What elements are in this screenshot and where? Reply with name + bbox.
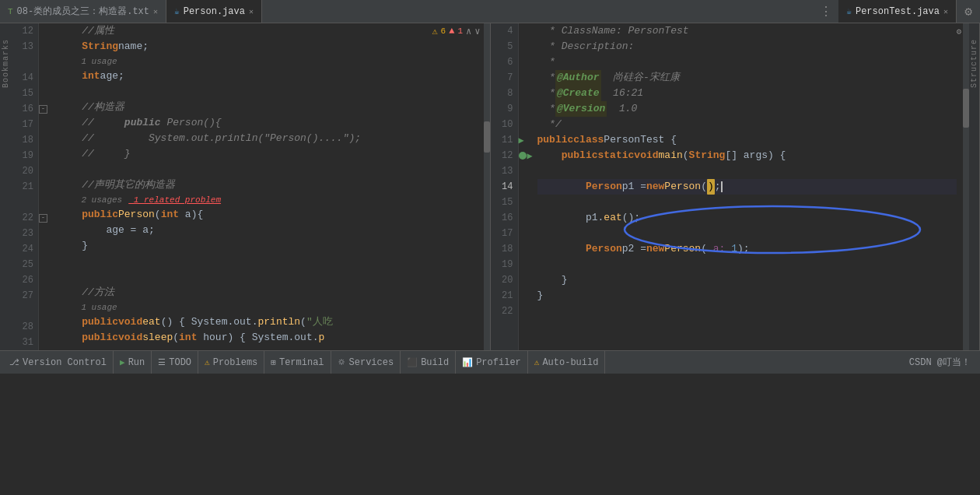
bookmarks-panel: Bookmarks — [0, 23, 11, 350]
gm-22-fold[interactable]: - — [39, 210, 51, 226]
code-line-26 — [58, 269, 478, 285]
rln-18: 18 — [495, 241, 513, 257]
tab-persontest-java[interactable]: ☕ PersonTest.java ✕ — [838, 0, 957, 23]
rcode-line-10: */ — [537, 117, 957, 132]
tab-txt[interactable]: T 08-类的成员之三：构造器.txt ✕ — [0, 0, 166, 23]
rln-15: 15 — [495, 195, 513, 210]
usage-text-1: 1 usage — [61, 54, 117, 69]
problems-icon: ⚠ — [205, 357, 210, 367]
r-semicolon-14: ; — [715, 179, 721, 195]
todo-item[interactable]: ☰ TODO — [152, 351, 198, 374]
ln-18: 18 — [16, 132, 33, 148]
ln-13: 13 — [16, 39, 33, 54]
ln-25: 25 — [16, 257, 33, 272]
rcode-line-19 — [537, 257, 957, 272]
rln-22: 22 — [495, 304, 513, 319]
todo-label: TODO — [169, 357, 191, 368]
left-code-lines[interactable]: //属性 String name; 1 usage int — [51, 23, 484, 350]
run-item[interactable]: ▶ Run — [114, 351, 152, 374]
tab-txt-close[interactable]: ✕ — [153, 7, 158, 16]
right-scrollbar[interactable] — [963, 23, 969, 350]
kw-int: int — [58, 68, 100, 84]
rcode-line-5: * Description: — [537, 39, 957, 54]
rln-9: 9 — [495, 101, 513, 117]
kw-public-22: public — [58, 207, 118, 223]
code-line-16: //构造器 — [58, 100, 478, 115]
right-scroll-track[interactable] — [963, 23, 969, 350]
tab-person-java-close[interactable]: ✕ — [249, 7, 254, 16]
ln-usage2 — [16, 195, 33, 210]
ln-usage1 — [16, 54, 33, 70]
r-type-person-18: Person — [586, 241, 622, 257]
gm-28 — [39, 319, 51, 335]
services-item[interactable]: ⛭ Services — [331, 351, 401, 374]
kw-public-31: public — [58, 330, 118, 346]
r-annotation-author: @Author — [555, 70, 601, 86]
gm-u3 — [39, 304, 51, 319]
auto-build-item[interactable]: ⚠ Auto-build — [528, 351, 606, 374]
panel-person-java: ⚠ 6 ▲ 1 ∧ ∨ 12 13 14 15 16 17 18 19 — [11, 23, 491, 350]
ln-14: 14 — [16, 70, 33, 86]
kw-void-28: void — [118, 314, 142, 330]
rgm-4 — [519, 23, 531, 39]
rgm-11-fold[interactable]: ▶ — [519, 132, 531, 148]
build-icon: ⬛ — [407, 357, 418, 367]
var-age: age; — [100, 68, 124, 84]
right-scroll-thumb[interactable] — [963, 89, 969, 128]
gm-16-fold[interactable]: - — [39, 101, 51, 117]
kw-public-28: public — [58, 314, 118, 330]
code-line-13: String name; — [58, 39, 478, 54]
gm-15 — [39, 86, 51, 101]
build-item[interactable]: ⬛ Build — [401, 351, 456, 374]
tab-persontest-java-close[interactable]: ✕ — [943, 7, 948, 16]
r-comment-6: * — [537, 54, 555, 70]
app-window: T 08-类的成员之三：构造器.txt ✕ ☕ Person.java ✕ ⋮ … — [0, 0, 980, 374]
rln-13: 13 — [495, 163, 513, 179]
code-line-20 — [58, 162, 478, 177]
gm-27 — [39, 288, 51, 304]
text-cursor — [721, 181, 723, 192]
comment-line18: // System.out.println("Person()...."); — [58, 131, 361, 146]
person-constructor-sig: Person(int a){ — [118, 207, 203, 223]
profiler-item[interactable]: 📊 Profiler — [456, 351, 528, 374]
tab-more-button[interactable]: ⋮ — [814, 4, 838, 19]
cursor-marker-14: ) — [707, 179, 715, 195]
problem-link[interactable]: 1 related problem — [128, 192, 221, 208]
fold-marker-22[interactable]: - — [39, 214, 47, 223]
rcode-line-17 — [537, 226, 957, 241]
ln-28: 28 — [16, 319, 33, 335]
r-annotation-create: @Create — [555, 86, 601, 101]
problems-item[interactable]: ⚠ Problems — [198, 351, 264, 374]
comment-methods: //方法 — [58, 285, 114, 300]
java-file-icon-right: ☕ — [846, 6, 852, 16]
gm-17 — [39, 117, 51, 132]
tab-bar: T 08-类的成员之三：构造器.txt ✕ ☕ Person.java ✕ ⋮ … — [0, 0, 980, 23]
comment-attr: //属性 — [58, 23, 114, 39]
tab-person-java[interactable]: ☕ Person.java ✕ — [166, 0, 262, 23]
bookmarks-label: Bookmarks — [2, 39, 10, 88]
left-scroll-thumb[interactable] — [484, 121, 490, 153]
run-marker-11[interactable]: ▶ — [519, 135, 524, 146]
terminal-icon: ⊞ — [271, 357, 276, 367]
left-scroll-track[interactable] — [484, 23, 490, 350]
tab-txt-label: 08-类的成员之三：构造器.txt — [17, 5, 149, 18]
rgm-7 — [519, 70, 531, 86]
gm-23 — [39, 226, 51, 241]
r-comment-7b: 尚硅谷-宋红康 — [601, 70, 680, 86]
left-scrollbar[interactable] — [484, 23, 490, 350]
editor-settings-button[interactable]: ⚙ — [957, 4, 980, 19]
right-code-lines[interactable]: * ClassName: PersonTest * Description: *… — [531, 23, 964, 350]
rcode-line-13 — [537, 163, 957, 179]
auto-build-label: Auto-build — [542, 357, 598, 368]
rgm-12-run[interactable]: ▶ — [519, 148, 531, 163]
terminal-item[interactable]: ⊞ Terminal — [264, 351, 331, 374]
fold-marker-16[interactable]: - — [39, 105, 47, 114]
rcode-line-4: * ClassName: PersonTest — [537, 23, 957, 39]
rln-12: 12 — [495, 148, 513, 163]
run-dot-12 — [519, 152, 527, 160]
version-control-item[interactable]: ⎇ Version Control — [3, 351, 114, 374]
run-label: Run — [128, 357, 145, 368]
gm-25 — [39, 257, 51, 272]
rcode-line-18: Person p2 = new Person( a: 1); — [537, 241, 957, 257]
rln-16: 16 — [495, 210, 513, 226]
